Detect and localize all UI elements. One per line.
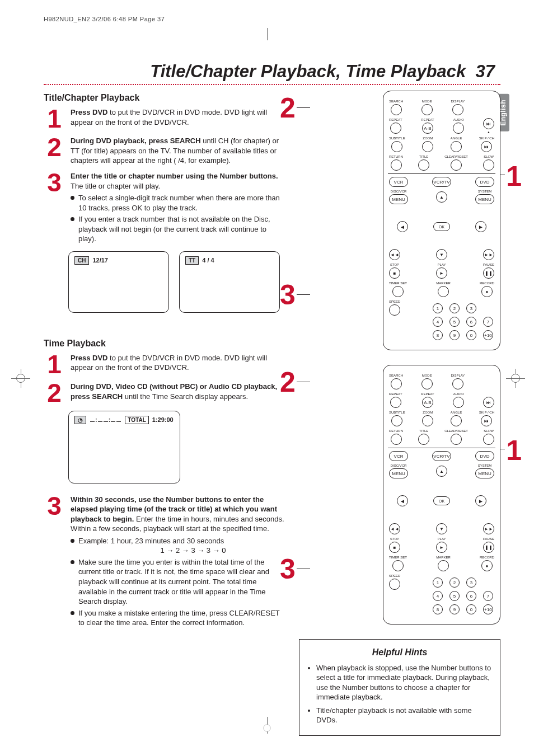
list-item: If you enter a track number that is not … (71, 214, 285, 244)
system-menu-button: MENU (475, 194, 494, 204)
pause-icon: ❚❚ (483, 542, 494, 553)
mode-button (421, 378, 433, 389)
record-icon: ● (481, 560, 493, 571)
num-3-button: 3 (466, 577, 476, 588)
osd-total-value: 1:29:00 (152, 416, 174, 423)
list-item: When playback is stopped, use the Number… (316, 663, 492, 702)
skip-prev-icon: ⏮ (481, 141, 492, 152)
num-plus10-button: +10 (483, 604, 493, 614)
num-9-button: 9 (449, 330, 460, 340)
stepb2-text: until the Time Search display appears. (123, 392, 248, 401)
angle-button (451, 415, 462, 426)
num-2-button: 2 (449, 303, 460, 313)
num-2-button: 2 (449, 577, 460, 588)
num-7-button: 7 (483, 591, 493, 601)
pause-icon: ❚❚ (483, 267, 494, 279)
section-b-step-3: 3 Within 30 seconds, use the Number butt… (44, 495, 285, 630)
subtitle-button (391, 415, 402, 426)
title-button (418, 159, 429, 171)
vcrtv-source-button: VCR/TV (432, 177, 451, 187)
time-placeholder: :: (90, 416, 121, 423)
mode-button (421, 104, 433, 115)
step3-bold: Enter the title or chapter number using … (71, 172, 278, 180)
step3-bullets: To select a single-digit track number wh… (71, 193, 285, 244)
record-icon: ● (481, 286, 493, 297)
registration-mark-right (506, 369, 525, 388)
section-b-step-1: 1 Press DVD to put the DVD/VCR in DVD mo… (44, 353, 285, 376)
osd-value-ch: 12/17 (92, 257, 108, 264)
step3-text: The title or chapter will play. (71, 182, 160, 190)
disc-vcr-menu-button: MENU (389, 468, 408, 478)
print-header: H982NUD_EN2 3/2/06 6:48 PM Page 37 (44, 16, 500, 22)
page-title-row: Title/Chapter Playback, Time Playback 37 (44, 62, 500, 82)
number-pad: 1 2 3 4 5 6 7 8 9 0 +10 (400, 577, 494, 614)
skip-next-icon: ⏭ (483, 118, 494, 129)
down-arrow-icon: ▼ (436, 523, 447, 534)
timer-set-button (392, 560, 404, 571)
osd-time-example: ◔ :: TOTAL 1:29:00 (68, 411, 180, 483)
dvd-source-button: DVD (475, 451, 494, 461)
osd-title-example: TT 4 / 4 (179, 251, 280, 313)
repeat-ab-button: A-B (422, 397, 433, 408)
callout-3: 3 (280, 555, 296, 583)
osd-value-tt: 4 / 4 (202, 257, 214, 264)
step-number-1: 1 (44, 107, 65, 130)
zoom-button (422, 141, 433, 152)
section-a-step-1: 1 Press DVD to put the DVD/VCR in DVD mo… (44, 107, 285, 130)
right-arrow-icon: ► (475, 495, 486, 506)
callout-2: 2 (280, 368, 296, 396)
step-number-2: 2 (44, 136, 65, 166)
callout-1: 1 (506, 162, 522, 190)
list-item: Make sure the time you enter is within t… (71, 557, 285, 607)
num-6-button: 6 (466, 591, 476, 601)
subtitle-button (391, 141, 402, 152)
marker-button (438, 560, 449, 571)
search-button (391, 378, 402, 389)
section-a-step-3: 3 Enter the title or chapter number usin… (44, 171, 285, 246)
num-8-button: 8 (433, 604, 443, 614)
osd-badge-ch: CH (74, 256, 89, 265)
clear-reset-button (451, 159, 462, 171)
num-1-button: 1 (433, 303, 443, 313)
fast-forward-icon: ►► (483, 249, 494, 260)
slow-button (483, 434, 494, 445)
clear-reset-button (451, 434, 462, 445)
num-4-button: 4 (433, 591, 443, 601)
nav-pad: OK ◄ ► (389, 207, 494, 246)
stepb3-bullets: Example: 1 hour, 23 minutes and 30 secon… (71, 536, 285, 628)
down-arrow-icon: ▼ (436, 249, 447, 260)
speed-button (389, 304, 400, 316)
section-a-step-2: 2 During DVD playback, press SEARCH unti… (44, 136, 285, 166)
skip-prev-icon: ⏮ (481, 415, 492, 426)
clock-icon: ◔ (74, 416, 86, 424)
osd-examples-a: CH 12/17 TT 4 / 4 (68, 251, 285, 313)
list-item: If you make a mistake entering the time,… (71, 608, 285, 628)
list-item: Example: 1 hour, 23 minutes and 30 secon… (71, 536, 285, 556)
marker-button (438, 286, 449, 297)
up-arrow-icon: ▲ (436, 191, 447, 203)
display-button (452, 104, 463, 115)
num-7-button: 7 (483, 317, 493, 327)
left-arrow-icon: ◄ (397, 495, 408, 506)
helpful-hints-box: Helpful Hints When playback is stopped, … (299, 639, 500, 736)
disc-vcr-menu-button: MENU (389, 194, 408, 204)
search-button (391, 104, 402, 115)
remote-control-illustration: SEARCH MODE DISPLAY REPEAT REPEATA-B AUD… (383, 365, 500, 624)
section-heading-time: Time Playback (44, 339, 285, 349)
remote-diagram-b: 2 1 3 SEARCH MODE DISPLAY REPEAT REPEATA… (299, 365, 500, 624)
crop-mark-top (256, 34, 278, 56)
list-item: To select a single-digit track number wh… (71, 193, 285, 213)
repeat-button (390, 397, 401, 408)
repeat-ab-button: A-B (422, 123, 433, 134)
vcrtv-source-button: VCR/TV (432, 451, 451, 461)
num-8-button: 8 (433, 330, 443, 340)
right-arrow-icon: ► (475, 221, 486, 232)
nav-pad: OK ◄ ► (389, 481, 494, 520)
callout-2: 2 (280, 94, 296, 122)
timer-set-button (392, 286, 404, 297)
title-button (418, 434, 429, 445)
ok-button: OK (433, 496, 450, 505)
num-5-button: 5 (449, 591, 460, 601)
content-column: Title/Chapter Playback 1 Press DVD to pu… (44, 91, 285, 736)
osd-badge-tt: TT (185, 256, 199, 265)
